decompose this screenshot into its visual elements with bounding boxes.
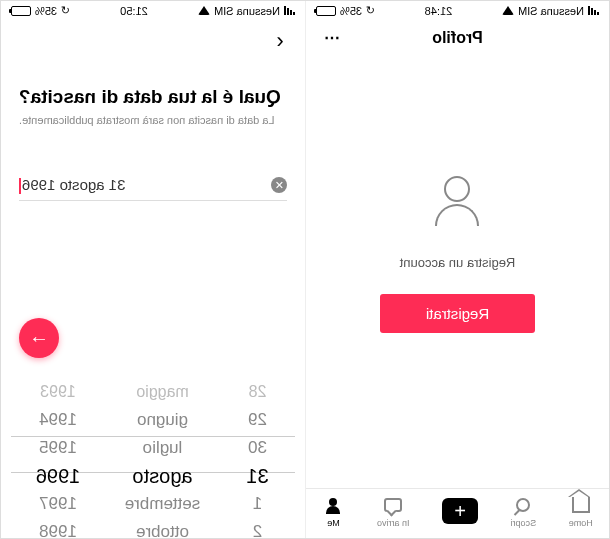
signal-icon: [284, 6, 295, 15]
tab-create[interactable]: +: [442, 498, 478, 524]
tab-inbox[interactable]: In arrivo: [377, 494, 410, 528]
picker-month-column[interactable]: maggio giugno luglio agosto settembre ot…: [115, 378, 210, 538]
question-subtitle: La data di nascita non sarà mostrata pub…: [19, 114, 287, 126]
birthdate-screen: Nessuna SIM 21:50 ↺ 35% ‹ Qual é la tua …: [1, 1, 305, 538]
picker-day-column[interactable]: 28 29 30 31 1 2 3: [210, 378, 305, 538]
date-picker[interactable]: 28 29 30 31 1 2 3 maggio giugno luglio a…: [1, 378, 305, 538]
signal-icon: [588, 6, 599, 15]
status-bar: Nessuna SIM 21:48 ↺ 35%: [306, 1, 609, 20]
battery-percent: 35%: [340, 5, 362, 17]
wifi-icon: [198, 6, 210, 15]
more-icon[interactable]: ⋯: [320, 28, 342, 47]
status-bar: Nessuna SIM 21:50 ↺ 35%: [1, 1, 305, 20]
clock: 21:48: [425, 5, 453, 17]
tab-home[interactable]: Home: [569, 494, 593, 528]
page-title: Profilo: [342, 29, 573, 47]
tab-me[interactable]: Me: [322, 494, 344, 528]
next-button[interactable]: →: [19, 318, 59, 358]
battery-icon: [316, 6, 336, 16]
nav-bar: ‹: [1, 20, 305, 62]
battery-percent: 35%: [35, 5, 57, 17]
back-icon[interactable]: ‹: [269, 28, 291, 54]
clock: 21:50: [120, 5, 148, 17]
carrier-label: Nessuna SIM: [214, 5, 280, 17]
tab-discover[interactable]: Scopri: [511, 494, 537, 528]
battery-icon: [11, 6, 31, 16]
nav-bar: Profilo ⋯: [306, 20, 609, 55]
profile-screen: Nessuna SIM 21:48 ↺ 35% Profilo ⋯ Regist…: [305, 1, 609, 538]
birthdate-input[interactable]: ✕ 31 agosto 1996: [19, 170, 287, 201]
clear-icon[interactable]: ✕: [271, 177, 287, 193]
wifi-icon: [502, 6, 514, 15]
register-prompt: Registra un account: [400, 255, 516, 270]
tab-bar: Home Scopri + In arrivo Me: [306, 488, 609, 538]
picker-year-column[interactable]: 1993 1994 1995 1996 1997 1998 1999: [1, 378, 115, 538]
avatar-placeholder-icon: [422, 165, 494, 237]
question-title: Qual é la tua data di nascita?: [19, 86, 287, 108]
carrier-label: Nessuna SIM: [518, 5, 584, 17]
register-button[interactable]: Registrati: [380, 294, 535, 333]
